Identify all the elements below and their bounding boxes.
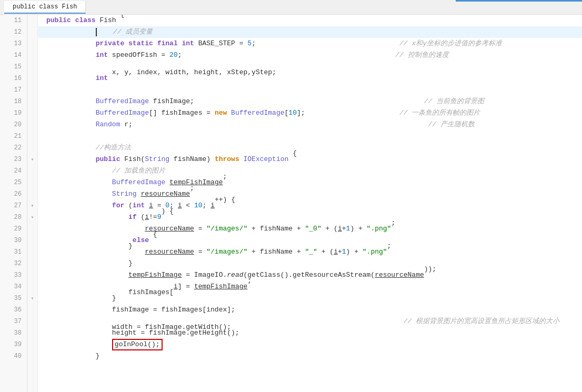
tab-bar: public class Fish (0, 0, 582, 15)
g-39 (27, 339, 37, 350)
code-line-34: fishImages[i] = tempFishImage; (38, 281, 582, 293)
type-bufferedimage-arr: BufferedImage (231, 107, 284, 119)
str-png-31: ".png" (363, 246, 387, 258)
code-line-13: private static final int BASE_STEP = 5; … (38, 38, 582, 49)
highlighted-goinpool: goInPool(); (112, 339, 163, 350)
tab-fish[interactable]: public class Fish (4, 1, 86, 14)
g-30 (27, 235, 37, 246)
var-resourcename-31: resourceName (145, 246, 194, 258)
code-line-26: String resourceName; (38, 188, 582, 200)
comment-member-vars: // 成员变量 (113, 26, 153, 38)
str-dash-31: "_" (305, 246, 317, 258)
code-line-11: public class Fish { (38, 15, 582, 26)
code-line-39: goInPool(); (38, 339, 582, 350)
g-20 (27, 119, 37, 130)
ln-27: 27 (0, 200, 27, 212)
ln-38: 38 (0, 327, 27, 339)
g-26 (27, 188, 37, 200)
g-40 (27, 350, 37, 362)
ln-15: 15 (0, 61, 27, 73)
code-content: public class Fish { // 成员变量 private stat… (38, 15, 582, 392)
code-line-40: } (38, 350, 582, 362)
type-ioexception: IOException (244, 154, 289, 165)
cmt-18: // 当前鱼的背景图 (424, 96, 484, 107)
type-random: Random (96, 119, 121, 130)
var-i-34: i (174, 281, 178, 293)
ln-32: 32 (0, 258, 27, 269)
progress-bar (456, 0, 582, 2)
g-35[interactable]: ▾ (27, 293, 37, 304)
fold-icon-35[interactable]: ▾ (31, 295, 34, 301)
kw-private: private (96, 38, 125, 49)
kw-new: new (215, 107, 227, 119)
gutter: ▾ ▾ ▾ ▾ (27, 15, 38, 392)
method-read: read (227, 269, 243, 281)
var-i-27: i (149, 200, 153, 212)
type-bufferedimage-19: BufferedImage (96, 107, 149, 119)
code-line-19: BufferedImage[] fishImages = new Buffere… (38, 107, 582, 119)
ln-31: 31 (0, 246, 27, 258)
ln-36: 36 (0, 304, 27, 316)
ln-14: 14 (0, 49, 27, 61)
var-i-28: i (145, 212, 149, 223)
line-numbers: 11 12 13 14 15 16 17 18 19 20 21 22 23 2… (0, 15, 27, 392)
num-1-31: 1 (342, 246, 346, 258)
str-images-29: "/images/" (206, 223, 247, 235)
fold-icon-27[interactable]: ▾ (31, 203, 34, 209)
ln-34: 34 (0, 281, 27, 293)
ln-11: 11 (0, 15, 27, 26)
kw-int-27: int (133, 200, 145, 212)
ln-39: 39 (0, 339, 27, 350)
var-i-29: i (338, 223, 342, 235)
g-14 (27, 49, 37, 61)
fold-icon-23[interactable]: ▾ (31, 156, 34, 163)
g-23[interactable]: ▾ (27, 154, 37, 165)
code-line-12: // 成员变量 (38, 26, 582, 38)
ln-33: 33 (0, 269, 27, 281)
g-27[interactable]: ▾ (27, 200, 37, 212)
str-png-29: ".png" (367, 223, 392, 235)
g-15 (27, 61, 37, 73)
code-line-20: Random r; // 产生随机数 (38, 119, 582, 130)
str-images-31: "/images/" (206, 246, 247, 258)
var-i-27c: i (210, 200, 215, 212)
ln-16: 16 (0, 73, 27, 84)
g-12 (27, 26, 37, 38)
num-10-27: 10 (194, 200, 203, 212)
g-31 (27, 246, 37, 258)
ln-18: 18 (0, 96, 27, 107)
var-tempfishimage-34: tempFishImage (194, 281, 247, 293)
g-21 (27, 130, 37, 142)
g-38 (27, 327, 37, 339)
ln-23: 23 (0, 154, 27, 165)
g-22 (27, 142, 37, 154)
g-29 (27, 223, 37, 235)
type-bufferedimage-25: BufferedImage (112, 177, 165, 188)
kw-throws: throws (215, 154, 239, 165)
ln-22: 22 (0, 142, 27, 154)
cmt-13: // x和y坐标的步进值的参考标准 (399, 38, 502, 49)
ln-30: 30 (0, 235, 27, 246)
code-area: 11 12 13 14 15 16 17 18 19 20 21 22 23 2… (0, 15, 582, 392)
g-17 (27, 84, 37, 96)
cmt-20: // 产生随机数 (428, 119, 475, 130)
g-11 (27, 15, 37, 26)
fold-icon-28[interactable]: ▾ (31, 214, 34, 220)
var-i-31: i (334, 246, 338, 258)
kw-int-16: int (96, 73, 108, 84)
ln-21: 21 (0, 130, 27, 142)
g-33 (27, 269, 37, 281)
classname-fish: Fish (99, 15, 116, 26)
g-28[interactable]: ▾ (27, 212, 37, 223)
g-13 (27, 38, 37, 49)
kw-int-13: int (182, 38, 194, 49)
ln-35: 35 (0, 293, 27, 304)
editor-container: public class Fish 11 12 13 14 15 16 17 1… (0, 0, 582, 392)
ln-12: 12 (0, 26, 27, 38)
g-19 (27, 107, 37, 119)
ln-13: 13 (0, 38, 27, 49)
g-37 (27, 316, 37, 327)
kw-int-14: int (96, 49, 108, 61)
g-32 (27, 258, 37, 269)
ln-40: 40 (0, 350, 27, 362)
